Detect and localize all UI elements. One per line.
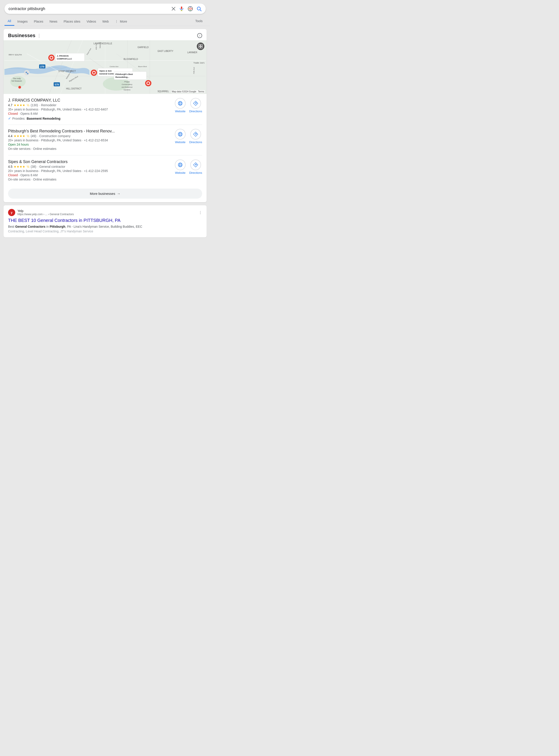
status-badge-2: Open 24 hours: [8, 143, 29, 146]
svg-text:Conservatory: Conservatory: [121, 84, 132, 85]
svg-text:EAST LIBERTY: EAST LIBERTY: [158, 50, 174, 52]
lens-search-icon[interactable]: [187, 6, 193, 12]
svg-point-72: [18, 86, 21, 89]
svg-text:COMPANY,LLC: COMPANY,LLC: [57, 58, 72, 60]
business-details-3: 20+ years in business · Pittsburgh, PA, …: [8, 169, 172, 173]
svg-text:LARIMER: LARIMER: [187, 51, 197, 54]
google-search-icon[interactable]: [196, 6, 202, 12]
svg-marker-83: [194, 101, 198, 106]
info-icon[interactable]: i: [197, 33, 202, 38]
business-info-1: J. FRANCIS COMPANY, LLC 4.7 ★★★★½ (130) …: [8, 98, 172, 120]
svg-point-79: [178, 101, 182, 105]
businesses-menu-icon[interactable]: ⋮: [37, 33, 41, 38]
tab-all[interactable]: All: [4, 17, 14, 26]
directions-label-1: Directions: [189, 110, 202, 113]
rating-number-3: 4.5: [8, 165, 12, 169]
map-attribution: Map data ©2024 Google Terms: [171, 90, 205, 93]
svg-text:579: 579: [55, 83, 59, 86]
business-status-2: Open 24 hours: [8, 143, 172, 146]
website-button-3[interactable]: Website: [175, 159, 185, 182]
svg-marker-89: [194, 132, 198, 136]
directions-icon-1: [190, 98, 201, 109]
svg-text:Fifth Ave: Fifth Ave: [193, 67, 195, 74]
search-input[interactable]: [8, 6, 171, 11]
map-expand-button[interactable]: [197, 43, 204, 50]
svg-text:Pittsburgh's Best: Pittsburgh's Best: [115, 73, 133, 75]
svg-point-62: [93, 72, 95, 74]
tab-tools[interactable]: Tools: [192, 17, 206, 26]
business-name-3[interactable]: Sipes & Son General Contractors: [8, 159, 172, 164]
tab-news[interactable]: News: [46, 17, 61, 26]
svg-point-56: [50, 57, 52, 59]
svg-text:and Botanical: and Botanical: [121, 86, 133, 88]
directions-icon-2: [190, 129, 201, 139]
provides-value-1: Basement Remodeling: [27, 117, 60, 120]
category-1: · Remodeler: [39, 103, 57, 107]
svg-rect-75: [199, 45, 200, 46]
svg-text:Trader Joe's: Trader Joe's: [194, 62, 205, 64]
business-info-2: Pittsburgh's Best Remodeling Contractors…: [8, 129, 172, 151]
voice-search-icon[interactable]: [179, 6, 184, 12]
svg-point-80: [179, 101, 181, 105]
tab-places[interactable]: Places: [31, 17, 46, 26]
svg-text:SQUIRREL: SQUIRREL: [157, 90, 169, 93]
svg-text:hol Museum: hol Museum: [12, 80, 22, 82]
svg-text:279: 279: [40, 65, 44, 68]
directions-button-3[interactable]: Directions: [189, 159, 202, 182]
business-list: J. FRANCIS COMPANY, LLC 4.7 ★★★★½ (130) …: [4, 94, 207, 186]
website-button-1[interactable]: Website: [175, 98, 185, 120]
check-icon-1: ✓: [8, 116, 11, 120]
svg-text:Sipes & Son: Sipes & Son: [99, 70, 112, 72]
business-status-3: Closed · Opens 8 AM: [8, 173, 172, 177]
businesses-title-row: Businesses ⋮: [8, 32, 41, 39]
svg-text:Remodeling...: Remodeling...: [115, 76, 129, 78]
business-name-1[interactable]: J. FRANCIS COMPANY, LLC: [8, 98, 172, 103]
website-label-1: Website: [175, 110, 185, 113]
tab-images[interactable]: Images: [14, 17, 31, 26]
tab-web[interactable]: Web: [99, 17, 112, 26]
clear-icon[interactable]: [171, 6, 176, 11]
map-area[interactable]: 279 579 LAWRENCEVILLE GARFIELD EAST LIBE…: [4, 40, 207, 94]
more-businesses-button[interactable]: More businesses →: [8, 188, 202, 199]
status-badge-3: Closed: [8, 173, 18, 177]
directions-label-2: Directions: [189, 140, 202, 144]
opens-time-1: · Opens 8 AM: [19, 112, 38, 115]
yelp-site-name: Yelp: [18, 209, 196, 213]
business-services-3: On-site services · Online estimates: [8, 178, 172, 181]
category-3: · General contractor: [38, 165, 65, 169]
website-icon-1: [175, 98, 185, 109]
business-rating-1: 4.7 ★★★★½ (130) · Remodeler: [8, 103, 172, 107]
action-buttons-2: Website Directions: [175, 129, 202, 151]
stars-1: ★★★★: [14, 103, 25, 107]
svg-text:40th St: 40th St: [95, 44, 97, 50]
svg-point-91: [178, 163, 182, 167]
tab-more[interactable]: ⋮ More: [112, 17, 130, 26]
yelp-source-info: Yelp https://www.yelp.com › ... › Genera…: [18, 209, 196, 216]
svg-text:Centre Ave: Centre Ave: [110, 66, 118, 68]
svg-text:BLOOMFIELD: BLOOMFIELD: [124, 58, 138, 60]
directions-icon-3: [190, 159, 201, 170]
svg-line-12: [200, 9, 201, 11]
tab-places-sites[interactable]: Places sites: [61, 17, 84, 26]
yelp-description-fade: Contracting, Level Head Contracting, JT'…: [8, 229, 93, 233]
svg-rect-77: [199, 46, 200, 48]
search-bar: [4, 4, 206, 14]
website-label-2: Website: [175, 140, 185, 144]
directions-button-2[interactable]: Directions: [189, 129, 202, 151]
status-badge-1: Closed: [8, 112, 18, 115]
yelp-description-text: Best General Contractors in Pittsburgh, …: [8, 225, 142, 228]
provides-label-1: Provides:: [12, 117, 25, 120]
website-button-2[interactable]: Website: [175, 129, 185, 151]
yelp-title[interactable]: THE BEST 10 General Contractors in PITTS…: [8, 218, 202, 223]
businesses-card: Businesses ⋮ i: [4, 29, 207, 202]
business-name-2[interactable]: Pittsburgh's Best Remodeling Contractors…: [8, 129, 172, 134]
svg-text:Main St: Main St: [99, 42, 101, 48]
directions-button-1[interactable]: Directions: [189, 98, 202, 120]
yelp-source-row: y Yelp https://www.yelp.com › ... › Gene…: [8, 209, 202, 216]
yelp-menu-icon[interactable]: ⋮: [199, 210, 202, 215]
yelp-url: https://www.yelp.com › ... › General Con…: [18, 213, 196, 216]
business-item-1: J. FRANCIS COMPANY, LLC 4.7 ★★★★½ (130) …: [8, 94, 202, 125]
nav-tabs: All Images Places News Places sites Vide…: [0, 16, 210, 26]
svg-point-85: [178, 132, 182, 136]
tab-videos[interactable]: Videos: [83, 17, 99, 26]
